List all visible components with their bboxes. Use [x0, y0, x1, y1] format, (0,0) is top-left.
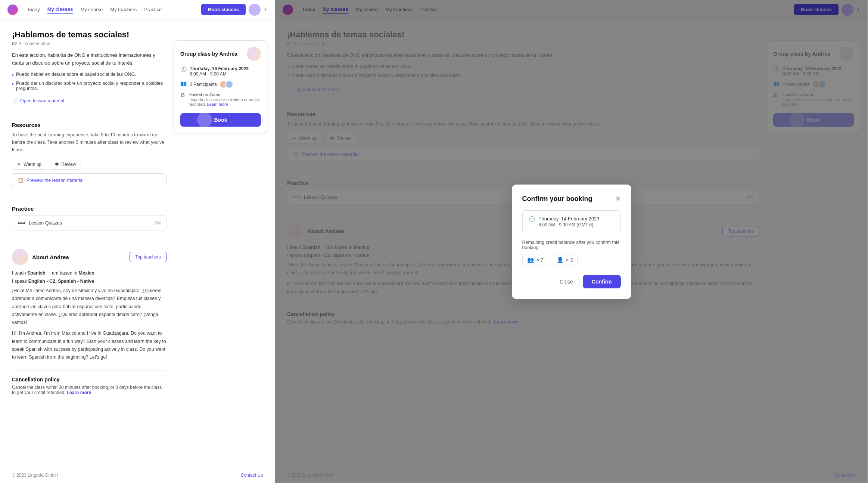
file-icon — [12, 98, 18, 103]
modal-credit-label: Remaining credit balance after you confi… — [522, 240, 621, 250]
quiz-icon — [18, 220, 26, 226]
nav-today[interactable]: Today — [27, 5, 40, 14]
confirm-booking-modal: Confirm your booking ✕ Thursday, 14 Febr… — [512, 185, 631, 299]
quiz-row[interactable]: Lesson Quizzes 0% — [12, 216, 167, 230]
learn-more-link[interactable]: Learn more — [207, 102, 228, 106]
gc-zoom-note: Lingoda classes are not video or audio r… — [189, 97, 261, 106]
modal-time: 8:00 AM - 9:00 AM (GMT-6) — [539, 222, 600, 227]
group-class-card: Group class by Andrea Thursday, 16 Febru… — [174, 40, 267, 133]
gc-zoom-label: Hosted on Zoom — [189, 92, 261, 97]
class-description: En esta lección, hablarás de ONG e insti… — [12, 52, 167, 67]
teacher-bio-en: Hi! I'm Andrea. I'm from Mexico and I li… — [12, 329, 167, 361]
gc-zoom-row: Hosted on Zoom Lingoda classes are not v… — [180, 92, 261, 106]
group-credit-icon: 👥 — [527, 257, 534, 263]
modal-date: Thursday, 14 February 2023 — [539, 216, 600, 222]
cancel-title: Cancellation policy — [12, 377, 167, 383]
bullet-icon: • — [12, 72, 14, 79]
modal-title: Confirm your booking — [522, 195, 592, 203]
about-teacher-section: About Andrea Top teachers I teach Spanis… — [12, 241, 167, 361]
practice-title: Practice — [12, 205, 167, 212]
modal-header: Confirm your booking ✕ — [522, 195, 621, 203]
logo-icon — [7, 4, 18, 15]
class-point-1: • Puedo hablar en detalle sobre el papel… — [12, 72, 167, 79]
private-credit-badge: 👤 × 2 — [552, 254, 578, 266]
teacher-avatar — [12, 249, 28, 265]
people-icon — [180, 80, 187, 86]
gc-participants: 2 Participants — [190, 80, 231, 89]
nav-my-course[interactable]: My course — [80, 5, 103, 14]
modal-close-button[interactable]: Close — [554, 275, 579, 288]
resource-buttons: Warm up Review — [12, 159, 167, 170]
book-button[interactable]: Book — [180, 113, 261, 127]
cancel-text: Cancel the class within 30 minutes after… — [12, 385, 167, 395]
left-panel: Today My classes My course My teachers P… — [0, 0, 275, 483]
quiz-pct: 0% — [155, 220, 161, 226]
right-panel: Today My classes My course My teachers P… — [275, 0, 868, 483]
nav-my-classes[interactable]: My classes — [47, 5, 73, 14]
nav-my-teachers[interactable]: My teachers — [110, 5, 137, 14]
private-credit-count: × 2 — [566, 257, 573, 263]
review-icon — [55, 161, 59, 167]
group-credit-count: × 7 — [536, 257, 543, 263]
chevron-down-icon: ▼ — [264, 7, 267, 12]
about-teacher-header: About Andrea Top teachers — [12, 249, 167, 265]
teacher-bio-es: ¡Hola! Me llamo Andrea, soy de Mexico y … — [12, 287, 167, 326]
teacher-teaches: I teach Spanish I am based in Mexico — [12, 270, 167, 276]
modal-overlay: Confirm your booking ✕ Thursday, 14 Febr… — [275, 0, 868, 483]
book-classes-button[interactable]: Book classes — [201, 4, 246, 15]
cancellation-section: Cancellation policy Cancel the class wit… — [12, 370, 167, 395]
private-credit-icon: 👤 — [557, 257, 564, 263]
teacher-info: About Andrea — [12, 249, 69, 265]
group-credit-badge: 👥 × 7 — [522, 254, 548, 266]
modal-confirm-button[interactable]: Confirm — [583, 275, 621, 288]
practice-section: Practice Lesson Quizzes 0% — [12, 198, 167, 230]
top-teachers-button[interactable]: Top teachers — [130, 252, 167, 262]
modal-credits: 👥 × 7 👤 × 2 — [522, 254, 621, 266]
teacher-speaks: I speak English - C2, Spanish - Native — [12, 279, 167, 284]
left-footer: © 2023 Lingoda GmbH Contact Us — [0, 467, 275, 483]
review-button[interactable]: Review — [50, 159, 81, 170]
copyright: © 2023 Lingoda GmbH — [12, 473, 58, 478]
nav-right: Book classes ▼ — [201, 4, 267, 16]
gc-header: Group class by Andrea — [180, 47, 261, 61]
gc-time: 8:00 AM - 9:00 AM — [190, 71, 249, 77]
resources-title: Resources — [12, 122, 167, 128]
teacher-name: About Andrea — [32, 254, 69, 260]
class-title: ¡Hablemos de temas sociales! — [12, 30, 167, 40]
modal-date-box: Thursday, 14 February 2023 8:00 AM - 9:0… — [522, 210, 621, 233]
clock-icon — [180, 66, 187, 72]
gc-date: Thursday, 16 February 2023 — [190, 66, 249, 71]
modal-close-icon-button[interactable]: ✕ — [615, 195, 621, 202]
gc-date-row: Thursday, 16 February 2023 8:00 AM - 9:0… — [180, 66, 261, 77]
left-main: ¡Hablemos de temas sociales! B2.3 · conv… — [0, 19, 275, 467]
class-points: • Puedo hablar en detalle sobre el papel… — [12, 72, 167, 92]
bullet-icon: • — [12, 81, 14, 88]
class-level: B2.3 · conversation — [12, 41, 167, 46]
nav-practice[interactable]: Practice — [144, 5, 162, 14]
participant-avatar-2 — [225, 80, 233, 89]
gc-avatar — [247, 47, 261, 61]
nav-links: Today My classes My course My teachers P… — [27, 5, 162, 14]
modal-actions: Close Confirm — [522, 275, 621, 288]
quiz-left: Lesson Quizzes — [18, 220, 62, 226]
learn-more-cancel-link[interactable]: Learn more — [67, 390, 91, 395]
avatar[interactable] — [249, 4, 261, 16]
doc-icon — [18, 177, 24, 183]
gc-participants-row: 2 Participants — [180, 80, 261, 89]
gc-title: Group class by Andrea — [180, 51, 237, 57]
class-point-2: • Puedo dar un discurso sobre un proyect… — [12, 81, 167, 91]
preview-material-link[interactable]: Preview the lesson material — [12, 173, 167, 187]
left-navbar: Today My classes My course My teachers P… — [0, 0, 275, 19]
warm-up-button[interactable]: Warm up — [12, 159, 46, 170]
warm-icon — [17, 161, 21, 167]
monitor-icon — [180, 92, 186, 98]
contact-us-link[interactable]: Contact Us — [241, 473, 263, 478]
modal-clock-icon — [529, 216, 535, 222]
open-material-link[interactable]: Open lesson material — [12, 98, 167, 103]
resources-desc: To have the best learning experience, ta… — [12, 131, 167, 154]
resources-section: Resources To have the best learning expe… — [12, 114, 167, 187]
